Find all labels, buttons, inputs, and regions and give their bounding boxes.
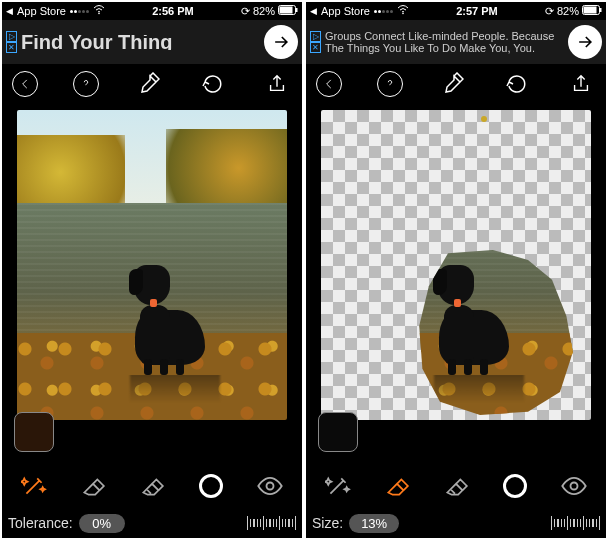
back-button[interactable] (316, 71, 342, 97)
magic-wand-tool[interactable] (17, 469, 51, 503)
battery-percent: 82% (253, 5, 275, 17)
svg-point-4 (267, 483, 274, 490)
preview-tool[interactable] (557, 469, 591, 503)
svg-rect-2 (280, 7, 293, 14)
image-original[interactable] (17, 110, 287, 420)
restore-tool[interactable] (135, 469, 169, 503)
back-to-app-icon[interactable]: ◀ (6, 6, 13, 16)
status-bar: ◀ App Store 2:57 PM ⟳ 82% (306, 2, 606, 20)
wifi-icon (93, 5, 105, 17)
brush-settings-button[interactable] (437, 69, 467, 99)
wifi-icon (397, 5, 409, 17)
canvas-area[interactable] (2, 104, 302, 464)
clock: 2:56 PM (152, 5, 194, 17)
magic-wand-tool[interactable] (321, 469, 355, 503)
eraser-tool[interactable] (76, 469, 110, 503)
slider-value[interactable]: 13% (349, 514, 399, 533)
eraser-tool[interactable] (380, 469, 414, 503)
ad-banner[interactable]: ▷✕ Find Your Thing (2, 20, 302, 64)
share-button[interactable] (262, 69, 292, 99)
subject-dog (130, 265, 220, 375)
screen-right: ◀ App Store 2:57 PM ⟳ 82% ▷✕ Groups Conn… (306, 2, 606, 538)
ad-go-button[interactable] (264, 25, 298, 59)
restore-tool[interactable] (439, 469, 473, 503)
ad-banner[interactable]: ▷✕ Groups Connect Like-minded People. Be… (306, 20, 606, 64)
canvas-area[interactable] (306, 104, 606, 464)
help-button[interactable] (73, 71, 99, 97)
top-toolbar (2, 64, 302, 104)
slider-value[interactable]: 0% (79, 514, 125, 533)
svg-rect-7 (584, 7, 597, 14)
screen-left: ◀ App Store 2:56 PM ⟳ 82% ▷✕ Find Your T… (2, 2, 302, 538)
back-button[interactable] (12, 71, 38, 97)
status-bar: ◀ App Store 2:56 PM ⟳ 82% (2, 2, 302, 20)
target-tool[interactable] (498, 469, 532, 503)
cell-signal-icon (374, 10, 393, 13)
svg-rect-8 (600, 8, 602, 12)
target-tool[interactable] (194, 469, 228, 503)
share-button[interactable] (566, 69, 596, 99)
color-sample-swatch[interactable] (14, 412, 54, 452)
slider-label: Size: (312, 515, 343, 531)
svg-point-0 (98, 13, 100, 15)
ad-text: Find Your Thing (21, 35, 260, 50)
bottom-toolbar (306, 464, 606, 508)
battery-icon (582, 5, 602, 17)
svg-point-9 (571, 483, 578, 490)
svg-rect-3 (296, 8, 298, 12)
ad-go-button[interactable] (568, 25, 602, 59)
preview-tool[interactable] (253, 469, 287, 503)
undo-button[interactable] (198, 69, 228, 99)
color-sample-swatch[interactable] (318, 412, 358, 452)
adchoices-icon[interactable]: ▷✕ (6, 31, 17, 53)
svg-point-5 (402, 13, 404, 15)
slider-ticks[interactable] (551, 516, 600, 530)
back-to-app-icon[interactable]: ◀ (310, 6, 317, 16)
top-toolbar (306, 64, 606, 104)
rotation-lock-icon: ⟳ (241, 5, 250, 18)
back-to-app-label[interactable]: App Store (17, 5, 66, 17)
slider-row: Size: 13% (306, 508, 606, 538)
rotation-lock-icon: ⟳ (545, 5, 554, 18)
back-to-app-label[interactable]: App Store (321, 5, 370, 17)
slider-label: Tolerance: (8, 515, 73, 531)
clock: 2:57 PM (456, 5, 498, 17)
subject-cutout (416, 250, 576, 415)
cell-signal-icon (70, 10, 89, 13)
undo-button[interactable] (502, 69, 532, 99)
help-button[interactable] (377, 71, 403, 97)
battery-percent: 82% (557, 5, 579, 17)
ad-text: Groups Connect Like-minded People. Becau… (325, 30, 564, 54)
slider-ticks[interactable] (247, 516, 296, 530)
image-cutout[interactable] (321, 110, 591, 420)
brush-settings-button[interactable] (133, 69, 163, 99)
adchoices-icon[interactable]: ▷✕ (310, 31, 321, 53)
slider-row: Tolerance: 0% (2, 508, 302, 538)
battery-icon (278, 5, 298, 17)
bottom-toolbar (2, 464, 302, 508)
